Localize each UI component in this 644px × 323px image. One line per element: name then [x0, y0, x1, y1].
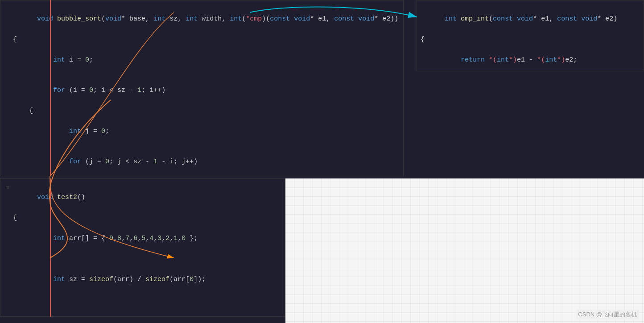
- code-line: for (i = 0; i < sz - 1; i++): [0, 75, 403, 106]
- code-line: {: [0, 34, 403, 45]
- code-line: int arr[] = { 9,8,7,6,5,4,3,2,1,0 };: [0, 224, 285, 254]
- main-code-block: void bubble_sort(void* base, int sz, int…: [0, 0, 404, 176]
- bottom-code-block: ≡ void test2() { int arr[] = { 9,8,7,6,5…: [0, 178, 285, 317]
- code-line: for (j = 0; j < sz - 1 - i; j++): [0, 147, 403, 176]
- code-line: {: [417, 34, 644, 45]
- code-line: int j = 0;: [0, 116, 403, 147]
- code-line: void bubble_sort(void* base, int sz, int…: [0, 4, 403, 34]
- watermark: CSDN @飞向星的客机: [576, 310, 639, 319]
- code-line: int cmp_int(const void* e1, const void* …: [417, 4, 644, 34]
- code-line: [0, 295, 285, 306]
- bottom-right-area: [285, 178, 644, 323]
- code-line: int i = 0;: [0, 45, 403, 75]
- code-line: ≡ void test2(): [0, 182, 285, 213]
- red-vertical-line-bottom: [50, 178, 51, 317]
- code-line: int sz = sizeof(arr) / sizeof(arr[0]);: [0, 265, 285, 295]
- side-code-block: int cmp_int(const void* e1, const void* …: [417, 0, 644, 71]
- code-line: return *(int*)e1 - *(int*)e2;: [417, 45, 644, 71]
- code-line: [0, 254, 285, 265]
- code-line: bubble_sort(arr, sz, sizeof(arr[0]), cmp…: [0, 306, 285, 317]
- red-vertical-line-main: [50, 0, 51, 176]
- code-line: {: [0, 213, 285, 224]
- code-line: {: [0, 106, 403, 116]
